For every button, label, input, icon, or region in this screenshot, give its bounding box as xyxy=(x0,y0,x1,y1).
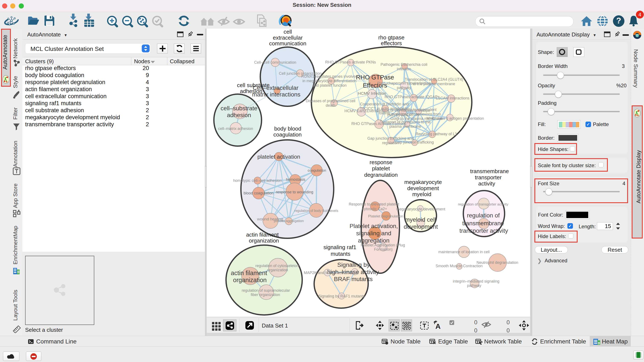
svg-text:cell substrate: cell substrate xyxy=(237,82,270,88)
svg-text:(NE) by ESCRT–III: (NE) by ESCRT–III xyxy=(387,113,420,117)
svg-text:actin filament: actin filament xyxy=(231,270,267,276)
svg-text:hemostasis: hemostasis xyxy=(286,177,305,182)
svg-text:blood coagulation: blood coagulation xyxy=(244,191,274,195)
svg-text:coagulation: coagulation xyxy=(308,168,326,172)
svg-text:HCMV Infection: HCMV Infection xyxy=(358,91,386,96)
svg-text:MHC class II antigen presentat: MHC class II antigen presentation xyxy=(426,116,484,121)
svg-text:rho gtpase: rho gtpase xyxy=(378,34,404,41)
svg-text:fiber organization: fiber organization xyxy=(251,293,280,297)
svg-text:adhesion: adhesion xyxy=(227,112,251,118)
svg-text:response: response xyxy=(370,159,392,165)
svg-text:MAP2K and MAPK activation: MAP2K and MAPK activation xyxy=(304,271,353,275)
svg-text:myeloid: myeloid xyxy=(412,191,432,197)
svg-text:body blood: body blood xyxy=(274,125,301,132)
svg-text:development: development xyxy=(404,223,438,230)
svg-text:Neutrophil degranulation: Neutrophil degranulation xyxy=(476,260,518,265)
svg-text:communication: communication xyxy=(269,40,306,47)
svg-text:RHO GTPases activate PKNs: RHO GTPases activate PKNs xyxy=(325,60,376,64)
svg-text:megakaryocyte development: megakaryocyte development xyxy=(396,207,445,211)
svg-text:transmembrane: transmembrane xyxy=(462,220,504,227)
svg-text:platelet: platelet xyxy=(372,165,390,172)
svg-text:development: development xyxy=(407,185,439,191)
svg-text:death: death xyxy=(326,103,335,108)
svg-text:regulation of cytoskeleton: regulation of cytoskeleton xyxy=(256,264,299,268)
svg-text:organization: organization xyxy=(267,268,288,272)
svg-text:regulation of supramolecular: regulation of supramolecular xyxy=(242,288,290,293)
svg-text:cell–matrix adhesion: cell–matrix adhesion xyxy=(218,127,253,131)
svg-text:regulation of body fluid level: regulation of body fluid levels xyxy=(294,209,338,212)
svg-text:and platelet function: and platelet function xyxy=(312,83,346,88)
svg-text:Signaling by: Signaling by xyxy=(337,261,370,268)
svg-text:signaling raf1: signaling raf1 xyxy=(324,244,356,250)
svg-text:homotypic cell–cell adhesion: homotypic cell–cell adhesion xyxy=(233,178,282,183)
svg-text:BRAF mutants: BRAF mutants xyxy=(334,276,373,282)
svg-text:Platelet activation,: Platelet activation, xyxy=(350,223,398,229)
svg-text:Translocation of SLC2A4 (GLUT4: Translocation of SLC2A4 (GLUT4) xyxy=(405,77,463,82)
svg-text:L1CAM interactions: L1CAM interactions xyxy=(436,96,469,100)
svg-text:transporter activity: transporter activity xyxy=(460,227,508,234)
svg-text:RUNX1 regulates genes involved: RUNX1 regulates genes involved xyxy=(301,74,358,79)
svg-text:RHO GTPases activate IQGAPs: RHO GTPases activate IQGAPs xyxy=(384,95,440,99)
svg-text:HCMV Early Events: HCMV Early Events xyxy=(344,109,378,113)
svg-text:Formation): Formation) xyxy=(374,247,392,251)
svg-text:Platelet degranulation: Platelet degranulation xyxy=(368,214,403,218)
svg-text:actin filament: actin filament xyxy=(246,231,279,238)
svg-text:integrin–mediated signaling: integrin–mediated signaling xyxy=(453,279,499,283)
svg-text:Cell–Cell communication: Cell–Cell communication xyxy=(254,60,296,65)
svg-text:aggregation: aggregation xyxy=(358,237,390,244)
svg-text:platelet activation: platelet activation xyxy=(258,154,300,160)
svg-text:extracellular: extracellular xyxy=(273,35,303,41)
svg-text:infection: infection xyxy=(397,67,411,71)
svg-text:in megakaryocyte differentiati: in megakaryocyte differentiation xyxy=(302,79,356,83)
svg-text:pathway: pathway xyxy=(397,86,411,90)
svg-text:Gap junction trafficking: Gap junction trafficking xyxy=(395,140,434,144)
svg-text:cell: cell xyxy=(284,29,292,35)
svg-text:response to wounding: response to wounding xyxy=(276,190,313,194)
svg-text:Gap junction trafficking and: Gap junction trafficking and xyxy=(367,136,414,141)
svg-text:adhesion: adhesion xyxy=(240,88,262,94)
svg-text:maintenance of location in cel: maintenance of location in cell xyxy=(438,250,490,254)
svg-text:plasma membrane: plasma membrane xyxy=(389,124,421,129)
svg-text:cytosolic Ca2+: cytosolic Ca2+ xyxy=(362,207,387,211)
svg-text:signaling and: signaling and xyxy=(356,230,391,237)
svg-text:regulation of transporter acti: regulation of transporter activity xyxy=(458,202,508,206)
svg-text:activity: activity xyxy=(478,180,495,187)
svg-text:Cooperation of Prefoldin and: Cooperation of Prefoldin and xyxy=(360,102,408,106)
svg-text:pathway: pathway xyxy=(467,283,481,288)
svg-text:Sealing of the nuclear envelop: Sealing of the nuclear envelope xyxy=(376,108,430,113)
svg-text:coagulation: coagulation xyxy=(274,131,302,138)
svg-text:regulation of: regulation of xyxy=(467,212,500,219)
svg-text:organization: organization xyxy=(249,237,279,244)
svg-text:effectors: effectors xyxy=(381,40,402,47)
svg-text:organization: organization xyxy=(233,277,267,283)
svg-text:mutants: mutants xyxy=(331,251,350,257)
svg-text:Diseases of programmed cell: Diseases of programmed cell xyxy=(306,99,355,103)
svg-text:transmembrane: transmembrane xyxy=(470,168,509,174)
svg-text:?: ? xyxy=(616,16,621,25)
svg-text:myeloid cell: myeloid cell xyxy=(405,216,436,223)
svg-text:Transport of connexons to the: Transport of connexons to the xyxy=(380,120,430,124)
svg-text:degranulation: degranulation xyxy=(364,172,398,178)
svg-text:Recycling pathway of L1: Recycling pathway of L1 xyxy=(416,132,457,136)
svg-text:cell–substrate: cell–substrate xyxy=(221,105,258,112)
svg-text:Smooth Muscle Contraction: Smooth Muscle Contraction xyxy=(436,264,482,268)
svg-text:Signaling by RAF1 mutants: Signaling by RAF1 mutants xyxy=(318,294,365,298)
svg-text:megakaryocyte: megakaryocyte xyxy=(404,179,442,185)
svg-text:Post–chaperonin tubulin foldin: Post–chaperonin tubulin folding xyxy=(377,81,430,85)
svg-text:A: A xyxy=(436,322,441,330)
svg-text:RHO GTPase: RHO GTPase xyxy=(356,74,394,81)
svg-text:Pathogenic Escherichia coli: Pathogenic Escherichia coli xyxy=(380,62,427,67)
svg-text:Platelet Aggregation (Plug: Platelet Aggregation (Plug xyxy=(361,243,405,247)
svg-text:transporter: transporter xyxy=(475,174,502,181)
svg-text:platelet aggregation: platelet aggregation xyxy=(274,219,304,223)
svg-text:Response to elevated platelet: Response to elevated platelet xyxy=(348,202,399,206)
